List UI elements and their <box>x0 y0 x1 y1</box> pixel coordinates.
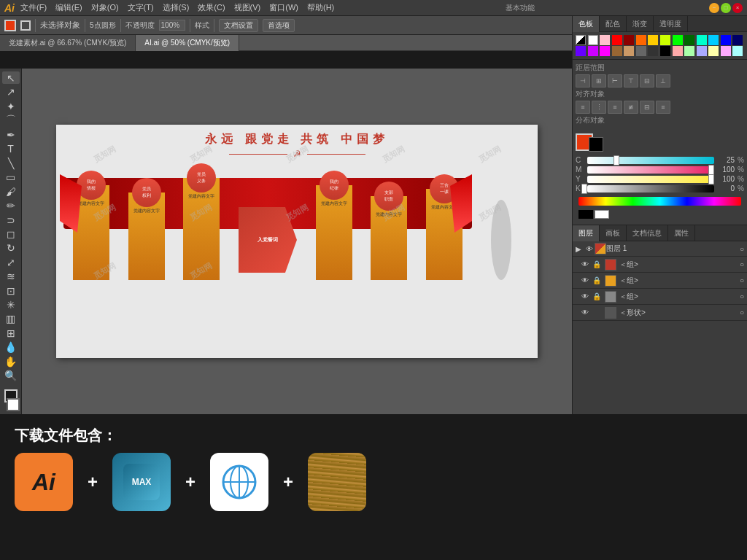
swatch-green[interactable] <box>673 35 683 45</box>
layer-main-row[interactable]: ▶ 👁 图层 1 ○ <box>573 241 747 257</box>
swatch-brown[interactable] <box>612 46 622 56</box>
tab-layers[interactable]: 图层 <box>573 225 600 241</box>
swatch-tan[interactable] <box>624 46 634 56</box>
artboard-tool[interactable]: ⊞ <box>2 327 20 339</box>
layer-item-2[interactable]: 👁 🔒 ＜组> ○ <box>573 273 747 289</box>
layer-expand-icon[interactable]: ▶ <box>576 245 581 253</box>
magenta-slider[interactable] <box>587 166 714 174</box>
layer-eye-main[interactable]: 👁 <box>584 245 595 253</box>
menu-view[interactable]: 视图(V) <box>231 2 264 13</box>
fill-color-box[interactable] <box>4 20 16 31</box>
swatch-gray[interactable] <box>636 46 646 56</box>
tab-properties[interactable]: 属性 <box>668 225 695 241</box>
opacity-input[interactable] <box>159 20 185 31</box>
swatch-black[interactable] <box>660 46 670 56</box>
swatch-lime[interactable] <box>660 35 670 45</box>
magenta-thumb[interactable] <box>708 165 714 175</box>
swatch-lightpurple[interactable] <box>721 46 731 56</box>
align-bottom[interactable]: ⊥ <box>656 74 670 88</box>
rotate-tool[interactable]: ↻ <box>2 242 20 254</box>
shape-tool[interactable]: ▭ <box>2 171 20 184</box>
stroke-color-box[interactable] <box>20 20 31 31</box>
swatch-orange[interactable] <box>636 35 646 45</box>
swatch-violet[interactable] <box>588 46 598 56</box>
layer-3-eye[interactable]: 👁 <box>581 292 589 300</box>
menu-effect[interactable]: 效果(C) <box>195 2 228 13</box>
pencil-tool[interactable]: ✏ <box>2 199 20 211</box>
dist-v-center[interactable]: ⊟ <box>640 101 654 114</box>
align-center-v[interactable]: ⊟ <box>640 74 654 88</box>
direct-selection-tool[interactable]: ↗ <box>2 85 20 98</box>
blend-tool[interactable]: ⊃ <box>2 214 20 226</box>
hand-tool[interactable]: ✋ <box>2 355 20 368</box>
tab-docinfo[interactable]: 文档信息 <box>627 225 668 241</box>
menu-edit[interactable]: 编辑(E) <box>53 2 85 13</box>
symbol-tool[interactable]: ✳ <box>2 298 20 311</box>
align-center-h[interactable]: ⊞ <box>592 74 606 88</box>
swatch-blue[interactable] <box>721 35 731 45</box>
swatch-teal[interactable] <box>697 35 707 45</box>
white-swatch[interactable] <box>595 210 609 219</box>
align-top[interactable]: ⊤ <box>624 74 638 88</box>
pen-tool[interactable]: ✒ <box>2 128 20 141</box>
menu-select[interactable]: 选择(S) <box>160 2 193 13</box>
dist-v-top[interactable]: ≢ <box>624 101 638 114</box>
eyedropper-tool[interactable]: 💧 <box>2 341 20 354</box>
swatch-pink[interactable] <box>600 35 610 45</box>
dist-h-center[interactable]: ⋮ <box>592 101 606 114</box>
yellow-thumb[interactable] <box>708 174 714 184</box>
paintbrush-tool[interactable]: 🖌 <box>2 185 20 198</box>
magic-wand-tool[interactable]: ✦ <box>2 100 20 112</box>
line-tool[interactable]: ╲ <box>2 157 20 169</box>
menu-help[interactable]: 帮助(H) <box>304 2 337 13</box>
canvas-background[interactable]: 觅知网 觅知网 觅知网 觅知网 觅知网 觅知网 觅知网 觅知网 觅知网 觅知网 … <box>22 69 572 414</box>
layer-3-lock[interactable]: 🔒 <box>592 292 602 300</box>
yellow-slider[interactable] <box>587 176 714 183</box>
tab-color[interactable]: 配色 <box>600 16 627 32</box>
swatch-yellow[interactable] <box>648 35 658 45</box>
scale-tool[interactable]: ⤢ <box>2 256 20 268</box>
align-right[interactable]: ⊢ <box>608 74 622 88</box>
warp-tool[interactable]: ≋ <box>2 270 20 282</box>
maximize-button[interactable]: □ <box>721 3 731 13</box>
bg-color-swatch[interactable] <box>589 137 603 152</box>
lasso-tool[interactable]: ⌒ <box>2 114 20 127</box>
canvas-document[interactable]: 觅知网 觅知网 觅知网 觅知网 觅知网 觅知网 觅知网 觅知网 觅知网 觅知网 … <box>56 125 538 358</box>
tab-transparency[interactable]: 透明度 <box>654 16 688 32</box>
color-spectrum-bar[interactable] <box>578 197 741 206</box>
first-select-button[interactable]: 首选项 <box>263 19 295 32</box>
black-swatch[interactable] <box>578 210 593 219</box>
swatch-cyan[interactable] <box>708 35 719 45</box>
menu-window[interactable]: 窗口(W) <box>266 2 301 13</box>
selection-tool[interactable]: ↖ <box>2 71 20 84</box>
layer-1-lock[interactable]: 🔒 <box>592 260 602 268</box>
minimize-button[interactable]: − <box>709 3 719 13</box>
tab-artboard[interactable]: 画板 <box>600 225 627 241</box>
tab-swatches[interactable]: 色板 <box>573 16 600 32</box>
background-color[interactable] <box>7 398 20 411</box>
swatch-white[interactable] <box>588 35 598 45</box>
zoom-tool[interactable]: 🔍 <box>2 369 20 381</box>
swatch-lightblue[interactable] <box>697 46 707 56</box>
close-button[interactable]: × <box>732 3 743 13</box>
swatch-lightcyan[interactable] <box>732 46 743 56</box>
cyan-thumb[interactable] <box>614 155 619 166</box>
swatch-darkred[interactable] <box>624 35 634 45</box>
swatch-darkgreen[interactable] <box>684 35 694 45</box>
dist-h-left[interactable]: ≡ <box>576 101 590 114</box>
layer-4-eye[interactable]: 👁 <box>581 308 589 316</box>
layer-1-eye[interactable]: 👁 <box>581 260 589 268</box>
swatch-red[interactable] <box>612 35 622 45</box>
black-slider[interactable] <box>587 185 714 192</box>
layer-2-eye[interactable]: 👁 <box>581 276 589 284</box>
tab-ai-file[interactable]: AI.ai @ 50% (CMYK/预览) <box>136 35 239 51</box>
layer-item-3[interactable]: 👁 🔒 ＜组> ○ <box>573 289 747 305</box>
layer-2-lock[interactable]: 🔒 <box>592 276 602 284</box>
tab-party-material[interactable]: 党建素材.ai @ 66.67% (CMYK/预览) <box>0 35 136 51</box>
swatch-lightred[interactable] <box>673 46 683 56</box>
swatch-magenta[interactable] <box>600 46 610 56</box>
swatch-lightyellow[interactable] <box>708 46 719 56</box>
dist-h-right[interactable]: ≡ <box>608 101 622 114</box>
swatch-lightgreen[interactable] <box>684 46 694 56</box>
free-transform-tool[interactable]: ⊡ <box>2 284 20 297</box>
